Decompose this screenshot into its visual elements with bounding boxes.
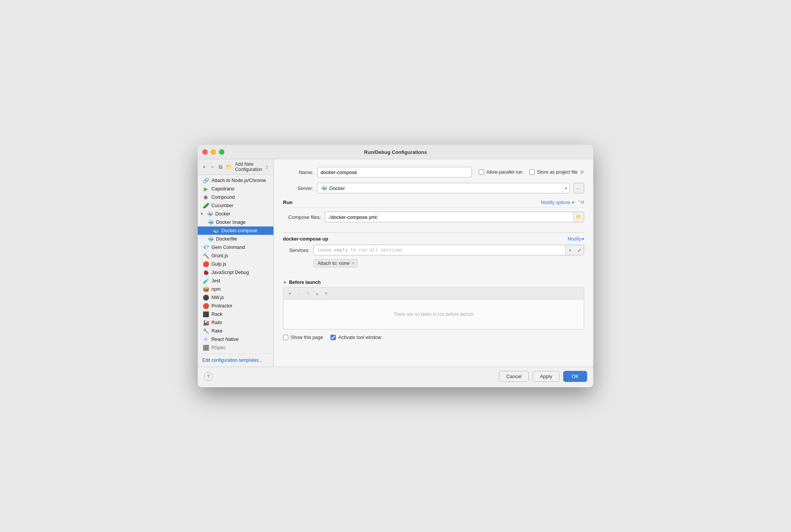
rails-icon: 🚂: [202, 320, 209, 326]
react-native-icon: ⚛: [202, 336, 209, 342]
tree-item-label: Grunt.js: [211, 253, 270, 258]
tree-item-label: React Native: [211, 337, 270, 342]
cancel-button[interactable]: Cancel: [499, 371, 529, 382]
docker-compose-up-section: docker-compose up Modify ▾ Services: Lea…: [283, 232, 584, 273]
name-label: Name:: [283, 169, 313, 175]
left-toolbar: + − ⧉ 📁 Add New Configuration ↕: [198, 159, 273, 175]
bl-move-up-button[interactable]: ▲: [313, 289, 321, 298]
services-expand-button[interactable]: ⤢: [575, 245, 584, 255]
activate-tool-item: Activate tool window: [330, 335, 381, 340]
jest-icon: 🧪: [202, 278, 209, 284]
services-add-button[interactable]: +: [565, 245, 575, 255]
js-debug-icon: 🐞: [202, 269, 209, 276]
sort-button[interactable]: ↕: [264, 163, 270, 171]
tree-item-docker-group[interactable]: ▼ 🐳 Docker: [198, 210, 273, 218]
tree-item-rails[interactable]: 🚂 Rails: [198, 318, 273, 327]
store-project-checkbox[interactable]: [529, 169, 535, 175]
tree-item-rake[interactable]: 🔧 Rake: [198, 327, 273, 335]
tree-item-label: Compound: [211, 195, 270, 200]
server-row: Server: 🐳 Docker ▾ ···: [283, 183, 584, 193]
tree-item-docker-image[interactable]: 🐳 Docker Image: [198, 218, 273, 226]
store-project-gear-icon: ⚙: [580, 169, 584, 175]
tree-item-rack[interactable]: ⬛ Rack: [198, 310, 273, 318]
docker-compose-up-header: docker-compose up Modify ▾: [283, 236, 584, 242]
dialog-footer: ? Cancel Apply OK: [198, 367, 593, 387]
allow-parallel-group: Allow parallel run: [479, 169, 523, 175]
before-launch-collapse[interactable]: ▼: [283, 280, 287, 285]
server-extra-button[interactable]: ···: [573, 183, 584, 193]
attach-to-close-button[interactable]: ×: [352, 261, 354, 266]
tree-item-label: RSpec: [211, 345, 270, 350]
minimize-button[interactable]: [211, 149, 216, 155]
tree-item-docker-compose[interactable]: 🐳 Docker-compose: [198, 226, 273, 235]
bl-add-button[interactable]: +: [286, 289, 294, 298]
modify-options-link[interactable]: Modify options ▾: [541, 200, 574, 205]
run-section-header: Run Modify options ▾ ⌃M: [283, 200, 584, 208]
move-to-folder-button[interactable]: 📁: [226, 163, 232, 171]
tree-item-npm[interactable]: 📦 npm: [198, 285, 273, 293]
remove-config-button[interactable]: −: [209, 163, 216, 171]
attach-to-label: Attach to: none: [318, 261, 349, 266]
tree-item-capistrano[interactable]: ▶ Capistrano: [198, 185, 273, 193]
tree-item-attach-nodejs[interactable]: 🔗 Attach to Node.js/Chrome: [198, 176, 273, 185]
server-select[interactable]: 🐳 Docker ▾: [317, 183, 570, 193]
maximize-button[interactable]: [219, 149, 224, 155]
tree-item-compound[interactable]: ⊕ Compound: [198, 193, 273, 201]
modify-link[interactable]: Modify ▾: [568, 236, 584, 242]
tree-item-js-debug[interactable]: 🐞 JavaScript Debug: [198, 268, 273, 277]
tree-item-label: Rails: [211, 320, 270, 325]
tree-item-label: Jest: [211, 278, 270, 283]
compose-files-input[interactable]: [325, 213, 573, 222]
show-page-checkbox[interactable]: [283, 335, 288, 340]
bl-remove-button[interactable]: −: [295, 289, 303, 298]
tree-item-label: Gulp.js: [211, 261, 270, 267]
rspec-icon: ⬛: [202, 345, 209, 351]
compose-files-browse-button[interactable]: 📁: [573, 212, 584, 222]
tree-item-dockerfile[interactable]: 🐳 Dockerfile: [198, 235, 273, 243]
apply-button[interactable]: Apply: [533, 371, 560, 382]
tree-item-gruntjs[interactable]: 🔨 Grunt.js: [198, 252, 273, 260]
edit-templates-link[interactable]: Edit configuration templates...: [198, 353, 273, 367]
name-input[interactable]: [317, 167, 472, 177]
chevron-down-icon: ▾: [572, 200, 574, 205]
tree-item-protractor[interactable]: 🔴 Protractor: [198, 302, 273, 310]
server-label: Server:: [283, 185, 313, 191]
tree-item-jest[interactable]: 🧪 Jest: [198, 277, 273, 285]
docker-compose-icon: 🐳: [212, 228, 219, 234]
tree-item-rspec[interactable]: ⬛ RSpec: [198, 344, 273, 352]
services-label: Services:: [283, 247, 310, 253]
run-debug-dialog: Run/Debug Configurations + − ⧉ 📁 Add New…: [198, 145, 593, 387]
server-value: Docker: [329, 185, 345, 191]
tree-item-label: Docker: [215, 211, 270, 217]
before-launch-header: ▼ Before launch: [283, 280, 584, 285]
tree-item-cucumber[interactable]: 🥒 Cucumber: [198, 201, 273, 210]
copy-config-button[interactable]: ⧉: [217, 163, 224, 171]
activate-tool-checkbox[interactable]: [330, 335, 336, 340]
close-button[interactable]: [202, 149, 208, 155]
tree-item-react-native[interactable]: ⚛ React Native: [198, 335, 273, 344]
rack-icon: ⬛: [202, 311, 209, 317]
tree-item-label: Protractor: [211, 303, 270, 309]
bl-move-down-button[interactable]: ▼: [322, 289, 330, 298]
tree-item-label: Attach to Node.js/Chrome: [211, 178, 270, 183]
help-button[interactable]: ?: [204, 372, 213, 381]
server-dropdown-arrow[interactable]: ▾: [562, 183, 569, 193]
tree-item-nwjs[interactable]: ⚫ NW.js: [198, 293, 273, 302]
before-launch-title: Before launch: [289, 280, 321, 285]
gulpjs-icon: 🔴: [202, 261, 209, 267]
allow-parallel-checkbox[interactable]: [479, 169, 484, 175]
window-controls: [202, 149, 224, 155]
tree-item-gem-command[interactable]: 💎 Gem Command: [198, 243, 273, 252]
activate-tool-label: Activate tool window: [338, 335, 381, 340]
modify-shortcut: ⌃M: [577, 200, 584, 205]
run-section-title: Run: [283, 200, 292, 205]
config-tree: 🔗 Attach to Node.js/Chrome ▶ Capistrano …: [198, 175, 273, 353]
add-config-button[interactable]: +: [201, 163, 208, 171]
name-row: Name: Allow parallel run Store as projec…: [283, 167, 584, 177]
bl-edit-button[interactable]: ✎: [304, 289, 312, 298]
docker-image-icon: 🐳: [207, 219, 214, 225]
ok-button[interactable]: OK: [563, 371, 587, 382]
tree-item-gulpjs[interactable]: 🔴 Gulp.js: [198, 260, 273, 268]
tree-item-label: Capistrano: [211, 186, 270, 192]
bottom-checkboxes: Show this page Activate tool window: [283, 335, 584, 340]
